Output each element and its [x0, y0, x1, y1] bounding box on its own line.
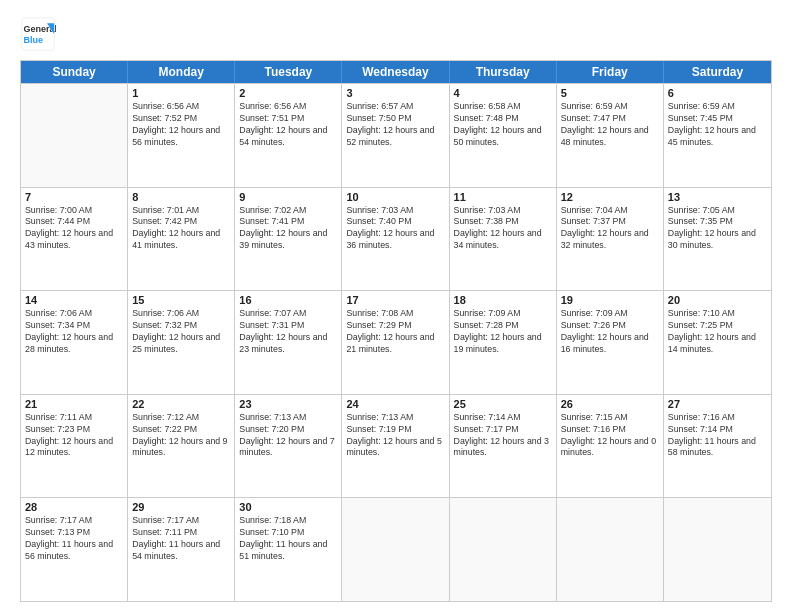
cell-day-number: 9	[239, 191, 337, 203]
calendar-cell: 5Sunrise: 6:59 AM Sunset: 7:47 PM Daylig…	[557, 84, 664, 187]
cell-day-number: 19	[561, 294, 659, 306]
calendar-cell: 12Sunrise: 7:04 AM Sunset: 7:37 PM Dayli…	[557, 188, 664, 291]
logo: General Blue	[20, 16, 56, 52]
calendar-cell: 1Sunrise: 6:56 AM Sunset: 7:52 PM Daylig…	[128, 84, 235, 187]
calendar-cell: 7Sunrise: 7:00 AM Sunset: 7:44 PM Daylig…	[21, 188, 128, 291]
cell-info: Sunrise: 7:13 AM Sunset: 7:20 PM Dayligh…	[239, 412, 337, 460]
calendar-cell: 10Sunrise: 7:03 AM Sunset: 7:40 PM Dayli…	[342, 188, 449, 291]
calendar-cell: 11Sunrise: 7:03 AM Sunset: 7:38 PM Dayli…	[450, 188, 557, 291]
calendar-row: 7Sunrise: 7:00 AM Sunset: 7:44 PM Daylig…	[21, 187, 771, 291]
cell-day-number: 6	[668, 87, 767, 99]
calendar-header-cell: Thursday	[450, 61, 557, 83]
calendar-header-cell: Saturday	[664, 61, 771, 83]
calendar-cell	[664, 498, 771, 601]
cell-day-number: 12	[561, 191, 659, 203]
cell-day-number: 23	[239, 398, 337, 410]
calendar-cell: 29Sunrise: 7:17 AM Sunset: 7:11 PM Dayli…	[128, 498, 235, 601]
calendar-cell: 16Sunrise: 7:07 AM Sunset: 7:31 PM Dayli…	[235, 291, 342, 394]
cell-day-number: 5	[561, 87, 659, 99]
calendar-header-cell: Friday	[557, 61, 664, 83]
calendar-cell: 25Sunrise: 7:14 AM Sunset: 7:17 PM Dayli…	[450, 395, 557, 498]
calendar-cell: 4Sunrise: 6:58 AM Sunset: 7:48 PM Daylig…	[450, 84, 557, 187]
calendar-row: 14Sunrise: 7:06 AM Sunset: 7:34 PM Dayli…	[21, 290, 771, 394]
cell-day-number: 11	[454, 191, 552, 203]
cell-info: Sunrise: 6:57 AM Sunset: 7:50 PM Dayligh…	[346, 101, 444, 149]
cell-day-number: 2	[239, 87, 337, 99]
calendar-cell: 23Sunrise: 7:13 AM Sunset: 7:20 PM Dayli…	[235, 395, 342, 498]
cell-day-number: 22	[132, 398, 230, 410]
cell-day-number: 26	[561, 398, 659, 410]
cell-info: Sunrise: 7:03 AM Sunset: 7:38 PM Dayligh…	[454, 205, 552, 253]
calendar-cell: 20Sunrise: 7:10 AM Sunset: 7:25 PM Dayli…	[664, 291, 771, 394]
calendar-row: 1Sunrise: 6:56 AM Sunset: 7:52 PM Daylig…	[21, 83, 771, 187]
cell-info: Sunrise: 7:03 AM Sunset: 7:40 PM Dayligh…	[346, 205, 444, 253]
calendar-cell: 13Sunrise: 7:05 AM Sunset: 7:35 PM Dayli…	[664, 188, 771, 291]
calendar-header-cell: Monday	[128, 61, 235, 83]
cell-day-number: 21	[25, 398, 123, 410]
page: General Blue SundayMondayTuesdayWednesda…	[0, 0, 792, 612]
calendar-row: 21Sunrise: 7:11 AM Sunset: 7:23 PM Dayli…	[21, 394, 771, 498]
calendar-header-cell: Tuesday	[235, 61, 342, 83]
cell-info: Sunrise: 7:05 AM Sunset: 7:35 PM Dayligh…	[668, 205, 767, 253]
calendar-cell: 14Sunrise: 7:06 AM Sunset: 7:34 PM Dayli…	[21, 291, 128, 394]
header: General Blue	[20, 16, 772, 52]
calendar-body: 1Sunrise: 6:56 AM Sunset: 7:52 PM Daylig…	[21, 83, 771, 601]
cell-info: Sunrise: 7:12 AM Sunset: 7:22 PM Dayligh…	[132, 412, 230, 460]
calendar-cell: 18Sunrise: 7:09 AM Sunset: 7:28 PM Dayli…	[450, 291, 557, 394]
cell-day-number: 24	[346, 398, 444, 410]
cell-info: Sunrise: 7:10 AM Sunset: 7:25 PM Dayligh…	[668, 308, 767, 356]
calendar-cell: 9Sunrise: 7:02 AM Sunset: 7:41 PM Daylig…	[235, 188, 342, 291]
cell-day-number: 20	[668, 294, 767, 306]
cell-info: Sunrise: 7:08 AM Sunset: 7:29 PM Dayligh…	[346, 308, 444, 356]
cell-info: Sunrise: 7:04 AM Sunset: 7:37 PM Dayligh…	[561, 205, 659, 253]
calendar-cell: 3Sunrise: 6:57 AM Sunset: 7:50 PM Daylig…	[342, 84, 449, 187]
cell-info: Sunrise: 7:00 AM Sunset: 7:44 PM Dayligh…	[25, 205, 123, 253]
cell-day-number: 14	[25, 294, 123, 306]
cell-info: Sunrise: 7:11 AM Sunset: 7:23 PM Dayligh…	[25, 412, 123, 460]
calendar: SundayMondayTuesdayWednesdayThursdayFrid…	[20, 60, 772, 602]
calendar-cell: 21Sunrise: 7:11 AM Sunset: 7:23 PM Dayli…	[21, 395, 128, 498]
calendar-cell: 28Sunrise: 7:17 AM Sunset: 7:13 PM Dayli…	[21, 498, 128, 601]
calendar-header-cell: Wednesday	[342, 61, 449, 83]
calendar-row: 28Sunrise: 7:17 AM Sunset: 7:13 PM Dayli…	[21, 497, 771, 601]
cell-day-number: 4	[454, 87, 552, 99]
cell-day-number: 15	[132, 294, 230, 306]
cell-day-number: 10	[346, 191, 444, 203]
calendar-cell: 30Sunrise: 7:18 AM Sunset: 7:10 PM Dayli…	[235, 498, 342, 601]
calendar-cell	[450, 498, 557, 601]
cell-day-number: 13	[668, 191, 767, 203]
cell-info: Sunrise: 7:07 AM Sunset: 7:31 PM Dayligh…	[239, 308, 337, 356]
calendar-header-cell: Sunday	[21, 61, 128, 83]
cell-info: Sunrise: 6:56 AM Sunset: 7:52 PM Dayligh…	[132, 101, 230, 149]
cell-info: Sunrise: 6:58 AM Sunset: 7:48 PM Dayligh…	[454, 101, 552, 149]
calendar-cell	[342, 498, 449, 601]
cell-info: Sunrise: 7:02 AM Sunset: 7:41 PM Dayligh…	[239, 205, 337, 253]
calendar-cell: 2Sunrise: 6:56 AM Sunset: 7:51 PM Daylig…	[235, 84, 342, 187]
cell-info: Sunrise: 6:56 AM Sunset: 7:51 PM Dayligh…	[239, 101, 337, 149]
cell-info: Sunrise: 7:09 AM Sunset: 7:28 PM Dayligh…	[454, 308, 552, 356]
cell-info: Sunrise: 7:14 AM Sunset: 7:17 PM Dayligh…	[454, 412, 552, 460]
svg-text:Blue: Blue	[24, 35, 44, 45]
calendar-cell: 22Sunrise: 7:12 AM Sunset: 7:22 PM Dayli…	[128, 395, 235, 498]
calendar-cell: 6Sunrise: 6:59 AM Sunset: 7:45 PM Daylig…	[664, 84, 771, 187]
cell-day-number: 7	[25, 191, 123, 203]
cell-day-number: 27	[668, 398, 767, 410]
calendar-cell: 26Sunrise: 7:15 AM Sunset: 7:16 PM Dayli…	[557, 395, 664, 498]
cell-day-number: 16	[239, 294, 337, 306]
cell-info: Sunrise: 7:13 AM Sunset: 7:19 PM Dayligh…	[346, 412, 444, 460]
cell-info: Sunrise: 7:17 AM Sunset: 7:13 PM Dayligh…	[25, 515, 123, 563]
cell-info: Sunrise: 7:09 AM Sunset: 7:26 PM Dayligh…	[561, 308, 659, 356]
cell-day-number: 28	[25, 501, 123, 513]
calendar-header: SundayMondayTuesdayWednesdayThursdayFrid…	[21, 61, 771, 83]
cell-info: Sunrise: 7:06 AM Sunset: 7:32 PM Dayligh…	[132, 308, 230, 356]
cell-day-number: 25	[454, 398, 552, 410]
cell-info: Sunrise: 7:06 AM Sunset: 7:34 PM Dayligh…	[25, 308, 123, 356]
calendar-cell	[557, 498, 664, 601]
calendar-cell	[21, 84, 128, 187]
calendar-cell: 15Sunrise: 7:06 AM Sunset: 7:32 PM Dayli…	[128, 291, 235, 394]
calendar-cell: 27Sunrise: 7:16 AM Sunset: 7:14 PM Dayli…	[664, 395, 771, 498]
calendar-cell: 19Sunrise: 7:09 AM Sunset: 7:26 PM Dayli…	[557, 291, 664, 394]
cell-day-number: 17	[346, 294, 444, 306]
calendar-cell: 8Sunrise: 7:01 AM Sunset: 7:42 PM Daylig…	[128, 188, 235, 291]
logo-icon: General Blue	[20, 16, 56, 52]
